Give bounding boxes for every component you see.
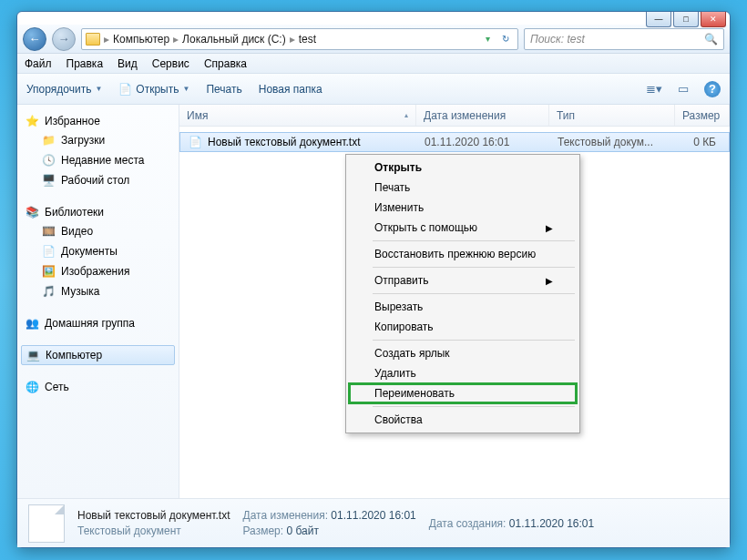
ctx-edit[interactable]: Изменить xyxy=(349,198,577,218)
menu-file[interactable]: Файл xyxy=(25,57,52,70)
sidebar-item-recent[interactable]: 🕓Недавние места xyxy=(21,150,175,170)
sidebar-item-music[interactable]: 🎵Музыка xyxy=(21,281,175,301)
back-button[interactable]: ← xyxy=(23,27,46,51)
column-headers: Имя▴ Дата изменения Тип Размер xyxy=(179,105,730,127)
search-placeholder: Поиск: test xyxy=(530,33,585,46)
col-date[interactable]: Дата изменения xyxy=(416,105,549,126)
file-size: 0 КБ xyxy=(676,136,729,148)
document-icon: 📄 xyxy=(118,83,132,96)
file-row[interactable]: 📄Новый текстовый документ.txt 01.11.2020… xyxy=(179,132,730,152)
ctx-restore-version[interactable]: Восстановить прежнюю версию xyxy=(349,244,577,264)
address-bar[interactable]: ▸ Компьютер ▸ Локальный диск (C:) ▸ test… xyxy=(81,28,518,50)
file-type: Текстовый докум... xyxy=(550,136,676,148)
sidebar-item-video[interactable]: 🎞️Видео xyxy=(21,221,175,241)
ctx-open-with[interactable]: Открыть с помощью▶ xyxy=(349,218,577,238)
print-button[interactable]: Печать xyxy=(206,83,241,96)
toolbar: Упорядочить▼ 📄 Открыть▼ Печать Новая пап… xyxy=(17,74,730,105)
sidebar-item-images[interactable]: 🖼️Изображения xyxy=(21,261,175,281)
details-subtitle: Текстовый документ xyxy=(77,524,230,537)
menu-edit[interactable]: Правка xyxy=(67,57,104,70)
computer-icon: 💻 xyxy=(26,348,40,362)
nav-bar: ← → ▸ Компьютер ▸ Локальный диск (C:) ▸ … xyxy=(17,25,730,54)
help-button[interactable]: ? xyxy=(704,81,721,97)
file-date: 01.11.2020 16:01 xyxy=(417,136,550,148)
libraries-icon: 📚 xyxy=(25,205,39,219)
address-dropdown-button[interactable]: ▾ xyxy=(479,31,496,47)
context-separator xyxy=(373,340,575,341)
details-created: 01.11.2020 16:01 xyxy=(509,517,594,530)
col-type[interactable]: Тип xyxy=(549,105,675,126)
open-button[interactable]: 📄 Открыть▼ xyxy=(118,83,189,96)
submenu-arrow-icon: ▶ xyxy=(546,276,553,286)
maximize-button[interactable]: □ xyxy=(673,12,699,27)
ctx-copy[interactable]: Копировать xyxy=(349,317,577,337)
search-input[interactable]: Поиск: test 🔍 xyxy=(524,28,724,50)
sidebar-item-desktop[interactable]: 🖥️Рабочий стол xyxy=(21,170,175,190)
submenu-arrow-icon: ▶ xyxy=(546,223,553,233)
breadcrumb-sep: ▸ xyxy=(104,33,109,46)
star-icon: ⭐ xyxy=(25,114,39,128)
sidebar: ⭐Избранное 📁Загрузки 🕓Недавние места 🖥️Р… xyxy=(17,105,179,498)
context-separator xyxy=(373,293,575,294)
ctx-open[interactable]: Открыть xyxy=(349,158,577,178)
folder-icon xyxy=(86,33,100,46)
sidebar-computer[interactable]: 💻Компьютер xyxy=(21,345,175,365)
context-separator xyxy=(373,406,575,407)
new-folder-button[interactable]: Новая папка xyxy=(259,83,322,96)
breadcrumb-sep: ▸ xyxy=(290,33,295,46)
recent-icon: 🕓 xyxy=(41,153,56,168)
sort-arrow-icon: ▴ xyxy=(404,111,408,119)
ctx-delete[interactable]: Удалить xyxy=(349,363,577,383)
sidebar-favorites[interactable]: ⭐Избранное xyxy=(21,112,175,130)
ctx-cut[interactable]: Вырезать xyxy=(349,297,577,317)
sidebar-homegroup[interactable]: 👥Домашняя группа xyxy=(21,314,175,332)
minimize-button[interactable]: — xyxy=(646,12,671,27)
menu-help[interactable]: Справка xyxy=(204,57,247,70)
context-separator xyxy=(373,267,575,268)
music-icon: 🎵 xyxy=(41,284,56,299)
menu-tools[interactable]: Сервис xyxy=(152,57,189,70)
menu-bar: Файл Правка Вид Сервис Справка xyxy=(17,54,730,74)
sidebar-item-documents[interactable]: 📄Документы xyxy=(21,241,175,261)
forward-button[interactable]: → xyxy=(52,27,76,51)
network-icon: 🌐 xyxy=(25,380,39,394)
details-size-label: Размер: xyxy=(243,524,284,537)
breadcrumb[interactable]: Компьютер xyxy=(113,33,169,46)
breadcrumb-sep: ▸ xyxy=(173,33,179,46)
sidebar-libraries[interactable]: 📚Библиотеки xyxy=(21,203,175,221)
col-size[interactable]: Размер xyxy=(675,105,730,126)
ctx-create-shortcut[interactable]: Создать ярлык xyxy=(349,343,577,363)
organize-button[interactable]: Упорядочить▼ xyxy=(26,83,102,96)
file-thumbnail-icon xyxy=(28,504,65,543)
views-button[interactable]: ≣▾ xyxy=(646,81,662,97)
preview-pane-button[interactable]: ▭ xyxy=(675,81,691,97)
sidebar-item-downloads[interactable]: 📁Загрузки xyxy=(21,130,175,150)
breadcrumb[interactable]: Локальный диск (C:) xyxy=(182,33,286,46)
context-menu: Открыть Печать Изменить Открыть с помощь… xyxy=(345,154,580,433)
file-name: Новый текстовый документ.txt xyxy=(208,136,361,148)
col-name[interactable]: Имя▴ xyxy=(179,105,416,126)
search-icon[interactable]: 🔍 xyxy=(704,33,718,46)
sidebar-network[interactable]: 🌐Сеть xyxy=(21,378,175,396)
desktop-icon: 🖥️ xyxy=(41,173,56,188)
text-file-icon: 📄 xyxy=(188,135,202,149)
folder-icon: 📁 xyxy=(41,133,56,148)
details-title: Новый текстовый документ.txt xyxy=(77,509,230,522)
titlebar: — □ ✕ xyxy=(17,12,730,25)
details-date: 01.11.2020 16:01 xyxy=(331,509,415,522)
close-button[interactable]: ✕ xyxy=(701,12,726,27)
details-created-label: Дата создания: xyxy=(429,517,507,530)
details-pane: Новый текстовый документ.txt Текстовый д… xyxy=(17,498,730,547)
ctx-rename[interactable]: Переименовать xyxy=(349,383,577,403)
menu-view[interactable]: Вид xyxy=(118,57,138,70)
video-icon: 🎞️ xyxy=(41,224,56,239)
ctx-send-to[interactable]: Отправить▶ xyxy=(349,270,577,290)
homegroup-icon: 👥 xyxy=(25,316,39,331)
document-icon: 📄 xyxy=(41,244,56,259)
ctx-print[interactable]: Печать xyxy=(349,178,577,198)
breadcrumb[interactable]: test xyxy=(299,33,316,46)
details-size: 0 байт xyxy=(286,524,318,537)
context-separator xyxy=(373,240,575,241)
ctx-properties[interactable]: Свойства xyxy=(349,410,577,430)
refresh-button[interactable]: ↻ xyxy=(497,31,514,47)
